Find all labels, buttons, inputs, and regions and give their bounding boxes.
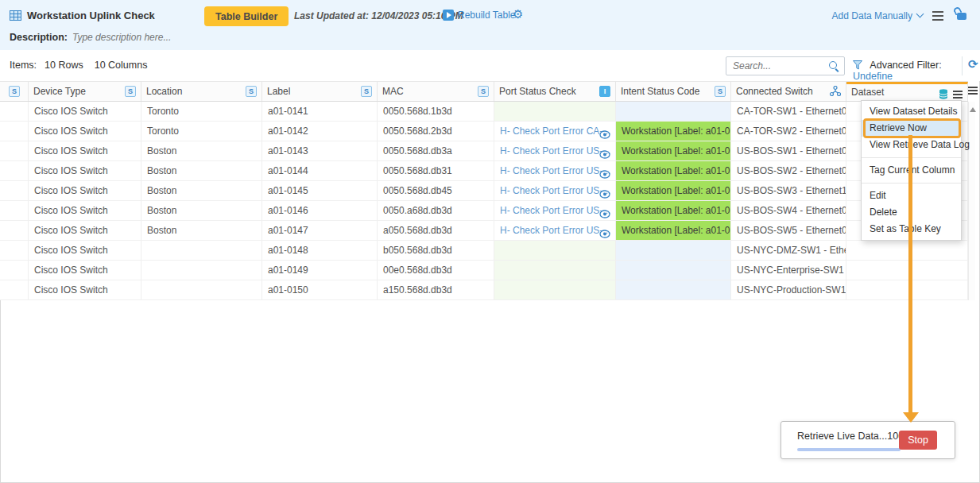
menu-item-view-dataset-details[interactable]: View Dataset Details: [862, 103, 961, 120]
cell-connected-switch[interactable]: US-BOS-SW4 - Ethernet0/0: [731, 201, 846, 220]
cell-label[interactable]: a01-0150: [262, 280, 378, 299]
table-row[interactable]: Cisco IOS SwitchBostona01-0147a050.568d.…: [0, 221, 968, 241]
cell-mac[interactable]: 00e0.568d.db3d: [378, 261, 494, 280]
table-row[interactable]: Cisco IOS SwitchTorontoa01-01410050.568d…: [0, 102, 968, 122]
column-header-intent-status-code[interactable]: Intent Status CodeS: [616, 82, 731, 101]
cell-intent-status-code[interactable]: [616, 280, 731, 299]
menu-item-retrieve-now[interactable]: Retrieve Now: [862, 120, 961, 137]
table-row[interactable]: Cisco IOS SwitchBostona01-01430050.568d.…: [0, 141, 968, 161]
search-input[interactable]: [726, 57, 820, 75]
port-status-link[interactable]: H- Check Port Error US-...: [500, 225, 610, 236]
cell-label[interactable]: a01-0147: [262, 221, 378, 240]
cell-selector[interactable]: [0, 141, 29, 160]
cell-selector[interactable]: [0, 221, 29, 240]
port-status-link[interactable]: H- Check Port Error US-...: [500, 205, 610, 216]
column-header-mac[interactable]: MACS: [378, 82, 494, 101]
cell-port-status-check[interactable]: H- Check Port Error US-...: [494, 161, 616, 180]
search-icon[interactable]: [828, 60, 839, 71]
cell-intent-status-code[interactable]: [616, 241, 731, 260]
cell-label[interactable]: a01-0144: [262, 161, 378, 180]
eye-icon[interactable]: [599, 206, 610, 220]
table-row[interactable]: Cisco IOS SwitchBostona01-01460050.a68d.…: [0, 201, 968, 221]
cell-mac[interactable]: 0050.a68d.db3d: [378, 201, 494, 220]
cell-device-type[interactable]: Cisco IOS Switch: [29, 280, 141, 299]
cell-label[interactable]: a01-0146: [262, 201, 378, 220]
description-input[interactable]: [72, 32, 279, 43]
cell-location[interactable]: Boston: [141, 161, 262, 180]
advanced-filter[interactable]: Advanced Filter: Undefine: [853, 60, 980, 82]
advanced-filter-value[interactable]: Undefine: [853, 71, 893, 82]
eye-icon[interactable]: [599, 166, 610, 180]
cell-label[interactable]: a01-0141: [262, 102, 378, 121]
column-header-label[interactable]: LabelS: [262, 82, 378, 101]
gear-icon[interactable]: ⚙: [513, 7, 523, 21]
cell-device-type[interactable]: Cisco IOS Switch: [29, 122, 141, 141]
cell-selector[interactable]: [0, 122, 29, 141]
cell-port-status-check[interactable]: [494, 261, 616, 280]
cell-connected-switch[interactable]: CA-TOR-SW1 - Ethernet0/0: [731, 102, 846, 121]
cell-location[interactable]: Toronto: [141, 102, 262, 121]
cell-port-status-check[interactable]: H- Check Port Error US-...: [494, 181, 616, 200]
cell-connected-switch[interactable]: US-BOS-SW5 - Ethernet0/0: [731, 221, 846, 240]
cell-connected-switch[interactable]: US-BOS-SW1 - Ethernet0/0: [731, 141, 846, 160]
eye-icon[interactable]: [599, 226, 610, 240]
column-header-device-type[interactable]: Device TypeS: [29, 82, 141, 101]
table-row[interactable]: Cisco IOS SwitchBostona01-01440050.568d.…: [0, 161, 968, 181]
cell-dataset[interactable]: [846, 261, 968, 280]
refresh-icon[interactable]: ⟳: [968, 57, 978, 71]
cell-port-status-check[interactable]: H- Check Port Error US-...: [494, 221, 616, 240]
cell-intent-status-code[interactable]: Workstation [Label: a01-014...: [616, 181, 731, 200]
cell-label[interactable]: a01-0142: [262, 122, 378, 141]
stop-button[interactable]: Stop: [899, 431, 937, 450]
cell-intent-status-code[interactable]: Workstation [Label: a01-014...: [616, 161, 731, 180]
eye-icon[interactable]: [599, 126, 610, 141]
cell-connected-switch[interactable]: US-NYC-DMZ-SW1 - Etherne...: [731, 241, 846, 260]
cell-mac[interactable]: 0050.568d.db31: [378, 161, 494, 180]
column-header-dataset[interactable]: Dataset: [846, 82, 968, 101]
cell-mac[interactable]: 0050.568d.db45: [378, 181, 494, 200]
cell-label[interactable]: a01-0145: [262, 181, 378, 200]
cell-device-type[interactable]: Cisco IOS Switch: [29, 241, 141, 260]
cell-selector[interactable]: [0, 181, 29, 200]
cell-location[interactable]: [141, 261, 262, 280]
cell-intent-status-code[interactable]: Workstation [Label: a01-014...: [616, 122, 731, 141]
cell-location[interactable]: Boston: [141, 221, 262, 240]
rebuild-table-link[interactable]: Rebuild Table: [443, 10, 516, 21]
port-status-link[interactable]: H- Check Port Error US-...: [500, 165, 610, 176]
cell-connected-switch[interactable]: US-NYC-Production-SW1 - Et...: [731, 280, 846, 299]
table-row[interactable]: Cisco IOS Switcha01-014900e0.568d.db3dUS…: [0, 261, 968, 280]
cell-location[interactable]: Boston: [141, 201, 262, 220]
cell-selector[interactable]: [0, 241, 29, 260]
cell-port-status-check[interactable]: [494, 280, 616, 299]
cell-intent-status-code[interactable]: [616, 261, 731, 280]
column-header-port-status-check[interactable]: Port Status CheckI: [494, 82, 616, 101]
cell-dataset[interactable]: [846, 280, 968, 299]
cell-selector[interactable]: [0, 261, 29, 280]
cell-mac[interactable]: 0050.568d.1b3d: [378, 102, 494, 121]
cell-label[interactable]: a01-0148: [262, 241, 378, 260]
scroll-up-icon[interactable]: [970, 107, 976, 112]
cell-selector[interactable]: [0, 161, 29, 180]
vertical-scrollbar[interactable]: [968, 102, 975, 300]
unlock-icon[interactable]: [954, 7, 968, 21]
cell-port-status-check[interactable]: [494, 241, 616, 260]
cell-mac[interactable]: b050.568d.db3d: [378, 241, 494, 260]
eye-icon[interactable]: [599, 186, 610, 200]
table-row[interactable]: Cisco IOS SwitchTorontoa01-01420050.568d…: [0, 122, 968, 141]
cell-mac[interactable]: 0050.568d.2b3d: [378, 122, 494, 141]
cell-selector[interactable]: [0, 201, 29, 220]
cell-port-status-check[interactable]: [494, 102, 616, 121]
cell-label[interactable]: a01-0149: [262, 261, 378, 280]
column-header-location[interactable]: LocationS: [141, 82, 262, 101]
column-header-selector[interactable]: S: [0, 82, 29, 101]
cell-port-status-check[interactable]: H- Check Port Error CA-...: [494, 122, 616, 141]
cell-intent-status-code[interactable]: Workstation [Label: a01-014...: [616, 141, 731, 160]
cell-port-status-check[interactable]: H- Check Port Error US-...: [494, 141, 616, 160]
cell-device-type[interactable]: Cisco IOS Switch: [29, 102, 141, 121]
cell-device-type[interactable]: Cisco IOS Switch: [29, 201, 141, 220]
cell-device-type[interactable]: Cisco IOS Switch: [29, 141, 141, 160]
table-options-icon[interactable]: [968, 87, 978, 96]
menu-icon[interactable]: [932, 11, 943, 23]
cell-connected-switch[interactable]: CA-TOR-SW2 - Ethernet0/0: [731, 122, 846, 141]
cell-mac[interactable]: a150.568d.db3d: [378, 280, 494, 299]
